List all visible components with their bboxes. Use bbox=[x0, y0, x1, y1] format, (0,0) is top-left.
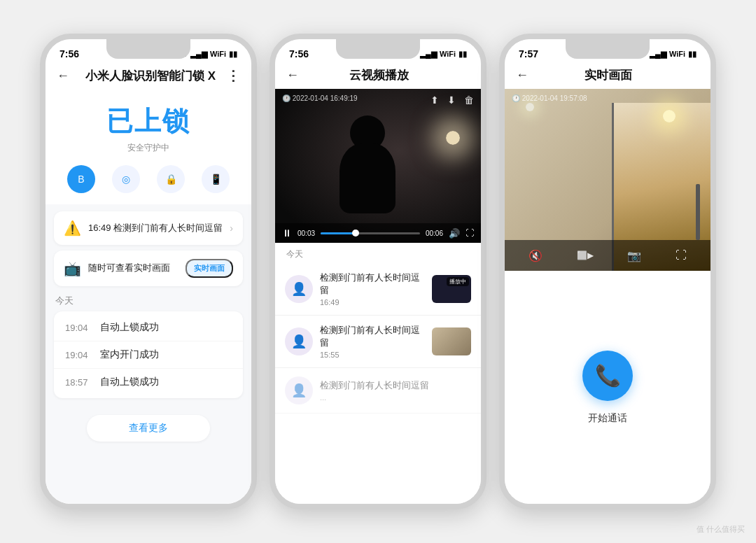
phone-3: 7:57 ▂▄▆ WiFi ▮▮ ← 实时画面 bbox=[499, 34, 716, 509]
call-label: 开始通话 bbox=[588, 412, 627, 425]
log-item-3: 18:57 自动上锁成功 bbox=[54, 369, 243, 395]
alert-arrow: › bbox=[230, 223, 233, 234]
lock-button[interactable]: 🔒 bbox=[157, 165, 185, 193]
delete-icon[interactable]: 🗑 bbox=[464, 94, 474, 106]
event-item-2[interactable]: 👤 检测到门前有人长时间逗留 15:55 bbox=[275, 316, 481, 368]
fullscreen-button-3[interactable]: ⛶ bbox=[676, 249, 687, 262]
event-item-3[interactable]: 👤 检测到门前有人长时间逗留 ... bbox=[275, 368, 481, 414]
phone2-content: 🕐 2022-01-04 16:49:19 ⬆ ⬇ 🗑 ⏸ 00:03 00:0… bbox=[275, 89, 481, 504]
video-controls-2: ⏸ 00:03 00:06 🔊 ⛶ bbox=[275, 223, 481, 243]
total-time: 00:06 bbox=[426, 230, 443, 237]
progress-fill bbox=[321, 232, 356, 234]
page-title-3: 实时画面 bbox=[534, 67, 682, 83]
logs-section-title: 今天 bbox=[54, 295, 243, 307]
log-desc-1: 自动上锁成功 bbox=[100, 321, 159, 334]
back-button-2[interactable]: ← bbox=[286, 68, 299, 83]
event-thumb-2[interactable] bbox=[432, 327, 471, 355]
tv-icon: 📺 bbox=[64, 260, 81, 277]
phone-2: 7:56 ▂▄▆ WiFi ▮▮ ← 云视频播放 bbox=[270, 34, 486, 509]
screenshot-button[interactable]: 📷 bbox=[627, 249, 641, 262]
lock-status-text: 已上锁 bbox=[106, 104, 190, 139]
logs-section: 今天 19:04 自动上锁成功 19:04 室内开门成功 18:57 自动上锁成… bbox=[54, 295, 243, 398]
video-timestamp-3: 🕐 2022-01-04 19:57:08 bbox=[512, 94, 587, 102]
person-icon-3: 👤 bbox=[285, 376, 313, 404]
back-button-3[interactable]: ← bbox=[516, 68, 528, 83]
alerts-section: ⚠️ 16:49 检测到门前有人长时间逗留 › 📺 随时可查看实时画面 实时画面 bbox=[54, 211, 243, 286]
video-actions-2: ⬆ ⬇ 🗑 bbox=[430, 94, 474, 106]
status-bar-1: 7:56 ▲ ▂▄▆ WiFi ▮▮ bbox=[46, 39, 251, 64]
event-info-2: 检测到门前有人长时间逗留 15:55 bbox=[320, 324, 425, 359]
lock-sub-text: 安全守护中 bbox=[127, 142, 169, 154]
phone-button[interactable]: 📱 bbox=[202, 165, 230, 193]
watermark: 值 什么值得买 bbox=[696, 524, 745, 535]
call-button[interactable]: 📞 bbox=[582, 351, 633, 401]
nav-bar-1: ← 小米人脸识别智能门锁 X ⋮ bbox=[46, 64, 251, 90]
mute-button[interactable]: 🔇 bbox=[528, 249, 542, 262]
event-item-1[interactable]: 👤 检测到门前有人长时间逗留 16:49 播放中 bbox=[275, 263, 481, 316]
back-button-1[interactable]: ← bbox=[57, 69, 69, 83]
status-bar-2: 7:56 ▂▄▆ WiFi ▮▮ bbox=[275, 39, 481, 64]
progress-handle[interactable] bbox=[352, 230, 359, 237]
status-time-3: 7:57 bbox=[519, 48, 538, 59]
today-label: 今天 bbox=[275, 243, 481, 263]
live-video: 🕐 2022-01-04 19:57:08 🔇 ⬜▶ 📷 ⛶ bbox=[505, 89, 710, 271]
quick-actions-row: B ◎ 🔒 📱 bbox=[67, 165, 230, 193]
video-controls-3: 🔇 ⬜▶ 📷 ⛶ bbox=[505, 240, 710, 271]
lock-status-card: 已上锁 安全守护中 B ◎ 🔒 📱 bbox=[46, 90, 251, 204]
page-title-1: 小米人脸识别智能门锁 X bbox=[75, 68, 226, 84]
event-list: 今天 👤 检测到门前有人长时间逗留 16:49 播放中 bbox=[275, 243, 481, 504]
more-button-1[interactable]: ⋮ bbox=[226, 67, 240, 84]
person-icon-1: 👤 bbox=[285, 275, 313, 303]
log-time-3: 18:57 bbox=[65, 377, 92, 388]
log-item-1: 19:04 自动上锁成功 bbox=[54, 314, 243, 341]
event-time-3: ... bbox=[320, 393, 471, 402]
event-info-3: 检测到门前有人长时间逗留 ... bbox=[320, 379, 471, 402]
status-bar-3: 7:57 ▂▄▆ WiFi ▮▮ bbox=[505, 39, 710, 64]
phone-icon: 📞 bbox=[595, 363, 621, 388]
record-button[interactable]: ⬜▶ bbox=[577, 251, 594, 260]
video-player: 🕐 2022-01-04 16:49:19 ⬆ ⬇ 🗑 ⏸ 00:03 00:0… bbox=[275, 89, 481, 243]
phone-1: 7:56 ▲ ▂▄▆ WiFi ▮▮ ← 小米人脸识别智能门锁 X ⋮ 已上锁 … bbox=[40, 34, 257, 509]
warning-alert[interactable]: ⚠️ 16:49 检测到门前有人长时间逗留 › bbox=[54, 211, 243, 245]
playing-badge: 播放中 bbox=[447, 277, 469, 286]
phone3-content: 🕐 2022-01-04 19:57:08 🔇 ⬜▶ 📷 ⛶ 📞 开始通话 bbox=[505, 89, 710, 504]
share-icon[interactable]: ⬆ bbox=[430, 94, 439, 106]
realtime-view-button[interactable]: 实时画面 bbox=[186, 259, 233, 278]
status-icons-2: ▂▄▆ WiFi ▮▮ bbox=[420, 50, 467, 59]
person-icon-2: 👤 bbox=[285, 327, 313, 355]
phone1-content: 已上锁 安全守护中 B ◎ 🔒 📱 bbox=[46, 90, 251, 504]
live-view-text: 随时可查看实时画面 bbox=[88, 262, 178, 274]
page-title-2: 云视频播放 bbox=[304, 67, 453, 83]
log-time-2: 19:04 bbox=[65, 350, 92, 360]
status-time-1: 7:56 bbox=[59, 48, 79, 59]
event-time-1: 16:49 bbox=[320, 298, 425, 306]
shield-button[interactable]: ◎ bbox=[112, 165, 140, 193]
log-desc-3: 自动上锁成功 bbox=[100, 376, 159, 388]
warning-icon: ⚠️ bbox=[64, 220, 81, 237]
event-thumb-1[interactable]: 播放中 bbox=[432, 275, 471, 303]
log-item-2: 19:04 室内开门成功 bbox=[54, 341, 243, 369]
progress-bar[interactable] bbox=[321, 232, 420, 234]
log-desc-2: 室内开门成功 bbox=[100, 348, 159, 361]
video-timestamp-2: 🕐 2022-01-04 16:49:19 bbox=[282, 94, 358, 102]
live-view-card: 📺 随时可查看实时画面 实时画面 bbox=[54, 251, 243, 286]
event-title-1: 检测到门前有人长时间逗留 bbox=[320, 272, 425, 297]
log-time-1: 19:04 bbox=[65, 323, 92, 333]
call-section: 📞 开始通话 bbox=[505, 271, 710, 504]
event-info-1: 检测到门前有人长时间逗留 16:49 bbox=[320, 272, 425, 306]
nav-bar-2: ← 云视频播放 bbox=[275, 64, 481, 89]
current-time: 00:03 bbox=[298, 230, 315, 237]
status-icons-1: ▲ ▂▄▆ WiFi ▮▮ bbox=[180, 50, 237, 59]
logs-card: 19:04 自动上锁成功 19:04 室内开门成功 18:57 自动上锁成功 bbox=[54, 311, 243, 398]
play-pause-button[interactable]: ⏸ bbox=[282, 227, 292, 239]
alert-text: 16:49 检测到门前有人长时间逗留 bbox=[88, 222, 223, 234]
bluetooth-button[interactable]: B bbox=[67, 165, 95, 193]
status-icons-3: ▂▄▆ WiFi ▮▮ bbox=[650, 50, 696, 59]
fullscreen-icon[interactable]: ⛶ bbox=[465, 228, 474, 238]
volume-icon[interactable]: 🔊 bbox=[449, 228, 460, 239]
view-more-button[interactable]: 查看更多 bbox=[87, 415, 210, 442]
status-time-2: 7:56 bbox=[289, 48, 309, 59]
event-title-2: 检测到门前有人长时间逗留 bbox=[320, 324, 425, 349]
nav-bar-3: ← 实时画面 bbox=[505, 64, 710, 89]
download-icon[interactable]: ⬇ bbox=[447, 94, 456, 106]
